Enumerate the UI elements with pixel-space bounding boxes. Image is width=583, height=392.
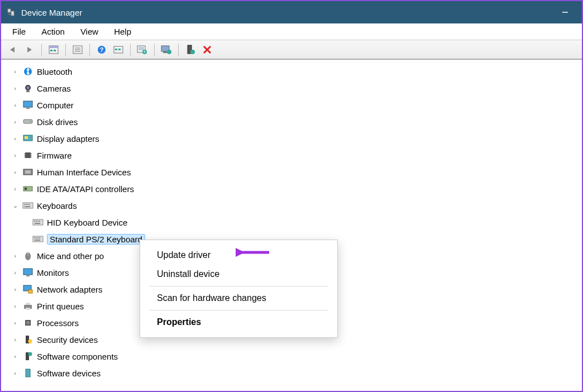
menu-view[interactable]: View	[74, 25, 105, 38]
chevron-right-icon[interactable]: ›	[11, 302, 19, 310]
keyboard-icon	[32, 235, 44, 243]
context-menu-separator	[149, 310, 328, 310]
chip-icon	[22, 151, 34, 160]
tree-node-firmware[interactable]: › Firmware	[11, 147, 582, 164]
forward-button[interactable]	[22, 42, 37, 57]
chevron-down-icon[interactable]: ⌄	[11, 202, 19, 209]
svg-rect-58	[39, 221, 40, 222]
tree-node-label: Processors	[37, 318, 79, 328]
software-components-icon	[22, 352, 34, 361]
tree-node-label: Standard PS/2 Keyboard	[47, 234, 145, 245]
scan-hardware-button[interactable]	[111, 42, 126, 57]
tree-node-label: Keyboards	[37, 201, 77, 211]
svg-rect-49	[24, 204, 25, 205]
svg-rect-63	[37, 237, 39, 238]
context-menu-separator	[149, 286, 328, 286]
chevron-right-icon[interactable]: ›	[11, 185, 19, 193]
svg-rect-57	[37, 221, 39, 222]
chevron-right-icon[interactable]: ›	[11, 319, 19, 327]
app-icon	[7, 8, 16, 17]
svg-rect-64	[39, 237, 40, 238]
svg-rect-47	[25, 188, 27, 190]
tree-node-label: Security devices	[37, 335, 98, 345]
tree-node-label: Print queues	[37, 302, 84, 311]
svg-rect-74	[26, 308, 30, 310]
tree-node-bluetooth[interactable]: › Bluetooth	[11, 63, 582, 80]
enable-device-button[interactable]	[159, 42, 174, 57]
svg-rect-73	[26, 303, 30, 305]
tree-node-display-adapters[interactable]: › Display adapters	[11, 130, 582, 147]
tree-node-keyboards[interactable]: ⌄ Keyboards	[11, 197, 582, 214]
camera-icon	[22, 84, 34, 93]
minimize-button[interactable]	[554, 4, 576, 21]
back-button[interactable]	[6, 42, 20, 57]
chevron-right-icon[interactable]: ›	[11, 252, 19, 260]
tree-node-label: Software devices	[37, 369, 101, 378]
chevron-right-icon[interactable]: ›	[11, 84, 19, 92]
svg-rect-48	[23, 203, 33, 208]
tree-node-disk-drives[interactable]: › Disk drives	[11, 113, 582, 130]
svg-rect-76	[26, 321, 30, 324]
disable-device-button[interactable]	[200, 42, 214, 57]
svg-rect-6	[49, 46, 58, 48]
tree-node-label: Monitors	[37, 268, 69, 278]
svg-point-34	[30, 121, 31, 122]
chevron-right-icon[interactable]: ›	[11, 352, 19, 360]
chevron-right-icon[interactable]: ›	[11, 118, 19, 126]
svg-rect-1	[11, 11, 14, 16]
menubar: File Action View Help	[1, 23, 582, 40]
tree-node-label: Bluetooth	[37, 67, 72, 77]
chevron-right-icon[interactable]: ›	[11, 168, 19, 176]
help-icon[interactable]: ?	[94, 42, 109, 57]
chevron-right-icon[interactable]: ›	[11, 269, 19, 276]
svg-rect-59	[35, 223, 40, 224]
properties-button[interactable]	[70, 42, 85, 57]
keyboard-icon	[32, 218, 44, 227]
chevron-right-icon[interactable]: ›	[11, 101, 19, 109]
chevron-right-icon[interactable]: ›	[11, 369, 19, 377]
svg-rect-8	[54, 50, 56, 51]
chevron-right-icon[interactable]: ›	[11, 135, 19, 142]
update-driver-button[interactable]: +	[135, 42, 150, 57]
context-menu-uninstall-device[interactable]: Uninstall device	[146, 265, 332, 284]
tree-node-hid[interactable]: › Human Interface Devices	[11, 164, 582, 180]
tree-node-computer[interactable]: › Computer	[11, 97, 582, 113]
chevron-right-icon[interactable]: ›	[11, 285, 19, 293]
device-tree[interactable]: › Bluetooth › Cameras › Computer › Disk …	[1, 59, 582, 391]
chevron-right-icon[interactable]: ›	[11, 151, 19, 159]
context-menu-scan-hardware[interactable]: Scan for hardware changes	[146, 289, 332, 308]
tree-node-label: Human Interface Devices	[37, 168, 131, 177]
security-icon	[22, 335, 34, 344]
svg-text:+: +	[143, 49, 146, 55]
mouse-icon	[22, 251, 34, 260]
svg-rect-45	[25, 170, 31, 174]
tree-node-label: Disk drives	[37, 117, 78, 127]
tree-node-label: Computer	[37, 101, 74, 110]
context-menu-properties[interactable]: Properties	[146, 313, 332, 332]
menu-help[interactable]: Help	[107, 25, 138, 38]
monitor-icon	[22, 268, 34, 277]
annotation-arrow	[236, 247, 272, 258]
tree-node-label: IDE ATA/ATAPI controllers	[37, 184, 134, 194]
ide-icon	[22, 184, 34, 193]
svg-rect-32	[26, 108, 30, 109]
svg-rect-53	[25, 206, 30, 207]
svg-rect-16	[115, 49, 117, 50]
svg-rect-62	[36, 237, 37, 238]
tree-node-software-devices[interactable]: › Software devices	[11, 365, 582, 381]
cpu-icon	[22, 318, 34, 327]
svg-rect-50	[26, 204, 27, 205]
tree-node-software-components[interactable]: › Software components	[11, 348, 582, 365]
tree-node-hid-keyboard[interactable]: HID Keyboard Device	[32, 214, 582, 231]
tree-node-cameras[interactable]: › Cameras	[11, 80, 582, 97]
uninstall-device-button[interactable]	[183, 42, 198, 57]
chevron-right-icon[interactable]: ›	[11, 336, 19, 343]
show-hide-console-tree-button[interactable]	[46, 42, 61, 57]
disk-icon	[22, 117, 34, 126]
chevron-right-icon[interactable]: ›	[11, 68, 19, 75]
menu-file[interactable]: File	[6, 25, 32, 38]
tree-node-ide[interactable]: › IDE ATA/ATAPI controllers	[11, 180, 582, 197]
hid-icon	[22, 168, 34, 176]
svg-rect-17	[118, 49, 121, 50]
menu-action[interactable]: Action	[35, 25, 71, 38]
